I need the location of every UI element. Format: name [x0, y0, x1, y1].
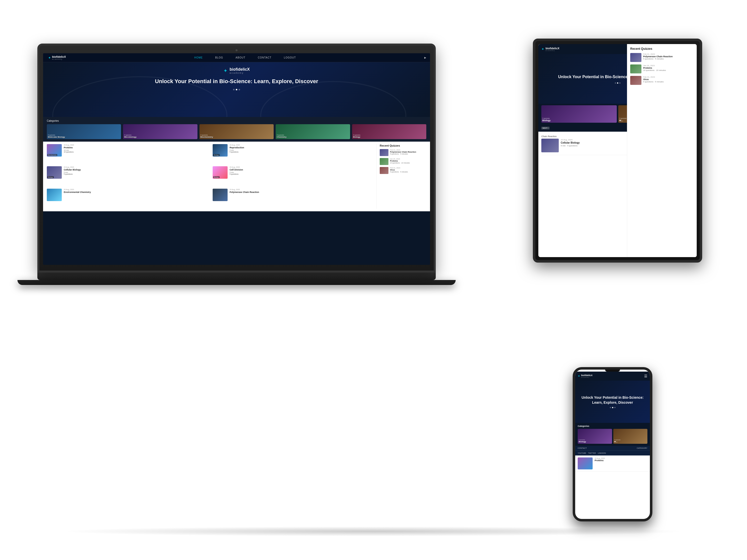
laptop-art-0-tag: 10 questions [64, 151, 211, 153]
phone-shell: ✦ biofidelicX academy ☰ Unlock Your Pote… [573, 367, 652, 522]
tablet-hero-dots [615, 82, 620, 84]
laptop-recent-1[interactable]: Jan 20, 2023 Proteins 10 questions · 10 … [380, 158, 426, 165]
phone-cat-0-name: Biology [579, 441, 611, 443]
laptop-camera [236, 49, 237, 51]
laptop-article-env[interactable]: 20 Aug, 2020 Environmental Chemistry [47, 189, 211, 209]
tablet-cellular-info: 20 Aug, 2020 Cellular Biology 5 min · 5 … [561, 139, 580, 147]
phone-dot-1[interactable] [610, 407, 611, 408]
laptop-art-0-title: Proteins [64, 146, 211, 149]
laptop-art-poly-date: 20 Aug, 2020 [230, 189, 377, 190]
tablet-rinfo-2-meta: 5 questions · 5 minutes [643, 81, 664, 83]
tablet-dot-2[interactable] [617, 82, 618, 84]
laptop-art-cellular-tag: 5 questions [64, 173, 211, 175]
laptop-cat-2-name: Biochemistry [201, 136, 213, 138]
phone-dot-3[interactable] [614, 407, 616, 408]
laptop-nav-contact[interactable]: CONTACT [258, 56, 272, 59]
laptop-content: Biochemistry 20 Aug, 2020 Proteins 10 mi… [43, 142, 430, 211]
tablet-recent-1[interactable]: Jan 20, 2023 Proteins 10 questions · 10 … [630, 64, 694, 74]
laptop-recent-1-date: Jan 20, 2023 [390, 158, 410, 160]
phone-social-youtube[interactable]: YOUTUBE [578, 452, 586, 454]
laptop-cat-1-quizzes: 3 quizzes [124, 134, 136, 136]
laptop-cat-3[interactable]: 3 quizzes Chemistry [276, 124, 350, 139]
tablet-rimg-0 [630, 53, 641, 62]
tablet-cat-0[interactable]: 3 quizzes Biology [541, 105, 617, 123]
laptop-recent-1-info: Jan 20, 2023 Proteins 10 questions · 10 … [390, 158, 410, 164]
phone-cat-1-name: M... [614, 441, 647, 443]
tablet-rinfo-1: Jan 20, 2023 Proteins 10 questions · 10 … [643, 64, 666, 74]
laptop-brand-sub: academy [52, 58, 66, 60]
laptop-categories-label: Categories [47, 119, 426, 122]
laptop-cat-4[interactable]: 3 quizzes Biology [352, 124, 426, 139]
laptop-cat-3-quizzes: 3 quizzes [277, 134, 286, 136]
tablet-recent-0[interactable]: Feb 01, 2023 Polymerase Chain Reaction 5… [630, 53, 694, 62]
tablet-rinfo-1-date: Jan 20, 2023 [643, 64, 666, 67]
phone-social-linkedin[interactable]: LINKEDIN [598, 452, 606, 454]
laptop-nav-about[interactable]: ABOUT [236, 56, 245, 59]
laptop-articles: Biochemistry 20 Aug, 2020 Proteins 10 mi… [47, 144, 377, 209]
laptop-cat-1[interactable]: 3 quizzes Microbiology [123, 124, 197, 139]
laptop-dot-1[interactable] [233, 89, 235, 90]
laptop-cat-2[interactable]: 3 quizzes Biochemistry [200, 124, 274, 139]
laptop-nav-blog[interactable]: BLOG [215, 56, 223, 59]
scene: ✦ biofidelicX academy HOME BLOG ABOUT CO… [25, 19, 722, 541]
laptop-art-cell-meta: 5 min [230, 171, 377, 173]
phone-cat-1[interactable]: 3 quizzes M... [613, 429, 648, 444]
phone-hero: Unlock Your Potential in Bio-Science: Le… [575, 380, 650, 423]
laptop-art-env-info: 20 Aug, 2020 Environmental Chemistry [64, 189, 211, 194]
phone-hero-dots [610, 407, 616, 408]
laptop-article-1[interactable]: Biology 20 Aug, 2020 Reproduction 5 min … [213, 144, 377, 164]
phone-logo: ✦ biofidelicX academy [578, 374, 593, 378]
laptop-nav-logout[interactable]: LOGOUT [284, 56, 296, 59]
laptop-recent-0[interactable]: Feb 01, 2023 Polymerase Chain Reaction 5… [380, 149, 426, 156]
laptop-recent-2[interactable]: Feb 01, 2023 Virus 5 questions · 5 minut… [380, 167, 426, 174]
laptop-article-cell[interactable]: Biology 20 Aug, 2020 Cell Division 5 min… [213, 166, 377, 186]
laptop-cat-0[interactable]: 3 quizzes Molecular Biology [47, 124, 121, 139]
tablet-recent-2[interactable]: Feb 01, 2023 Virus 5 questions · 5 minut… [630, 76, 694, 85]
laptop-recent-quizzes: Recent Quizzes Feb 01, 2023 Polymerase C… [377, 144, 426, 209]
laptop-cat-4-name: Biology [353, 136, 361, 138]
laptop-recent-2-img [380, 167, 388, 174]
laptop-recent-2-name: Virus [390, 169, 408, 171]
tablet-rinfo-0-name: Polymerase Chain Reaction [643, 55, 673, 58]
laptop-art-1-tag: 5 questions [230, 151, 377, 153]
laptop-article-cellular[interactable]: Biology 20 Aug, 2020 Cellular Biology 5 … [47, 166, 211, 186]
tablet-dot-1[interactable] [615, 82, 616, 84]
tablet-brand-name: biofidelicX [545, 47, 560, 50]
tablet-dot-3[interactable] [619, 82, 620, 84]
tablet-recent-title: Recent Quizzes [630, 47, 694, 51]
laptop-art-1-img: Biology [213, 144, 228, 157]
laptop-art-env-img [47, 189, 62, 201]
phone-article-0[interactable]: 20 Aug, 2020 Proteins [575, 455, 650, 472]
laptop-categories: Categories 3 quizzes Molecular Biology [43, 117, 430, 142]
phone-navbar: ✦ biofidelicX academy ☰ [575, 372, 650, 380]
laptop-art-cell-title: Cell Division [230, 168, 377, 171]
laptop-dot-3[interactable] [238, 89, 240, 90]
laptop-article-0[interactable]: Biochemistry 20 Aug, 2020 Proteins 10 mi… [47, 144, 211, 164]
laptop-recent-1-name: Proteins [390, 160, 410, 162]
laptop-recent-0-img [380, 149, 388, 156]
phone-notch [605, 370, 620, 372]
laptop-article-poly[interactable]: 20 Aug, 2020 Polymerase Chain Reaction [213, 189, 377, 209]
laptop-hero-logo-icon: ✦ [223, 68, 228, 74]
laptop-art-cell-date: 20 Aug, 2020 [230, 166, 377, 168]
tablet-rinfo-1-name: Proteins [643, 67, 666, 69]
phone-social: YOUTUBE TWITTER LINKEDIN [575, 451, 650, 455]
phone-bnav-contact[interactable]: CONTACT [578, 447, 587, 449]
laptop-cat-4-quizzes: 3 quizzes [353, 134, 361, 136]
phone-dot-2[interactable] [612, 407, 613, 408]
phone-social-twitter[interactable]: TWITTER [588, 452, 596, 454]
phone-bnav-category[interactable]: CATEGORY [637, 447, 647, 449]
laptop-art-cellular-info: 20 Aug, 2020 Cellular Biology 5 min 5 qu… [64, 166, 211, 175]
tablet-next-btn[interactable]: NEXT › [541, 127, 549, 129]
laptop-categories-grid: 3 quizzes Molecular Biology 3 quizzes Mi… [47, 124, 426, 139]
laptop-device: ✦ biofidelicX academy HOME BLOG ABOUT CO… [37, 44, 436, 292]
phone-hero-title: Unlock Your Potential in Bio-Science: Le… [575, 395, 650, 405]
laptop-recent-2-date: Feb 01, 2023 [390, 167, 408, 169]
laptop-art-poly-info: 20 Aug, 2020 Polymerase Chain Reaction [230, 189, 377, 194]
phone-cat-0[interactable]: 3 quizzes Biology [578, 429, 612, 444]
laptop-dot-2[interactable] [236, 89, 237, 90]
tablet-rinfo-1-meta: 10 questions · 10 minutes [643, 69, 666, 72]
laptop-nav-home[interactable]: HOME [194, 56, 203, 59]
phone-hamburger-icon[interactable]: ☰ [644, 374, 647, 378]
laptop-recent-1-meta: 10 questions · 10 minutes [390, 162, 410, 164]
